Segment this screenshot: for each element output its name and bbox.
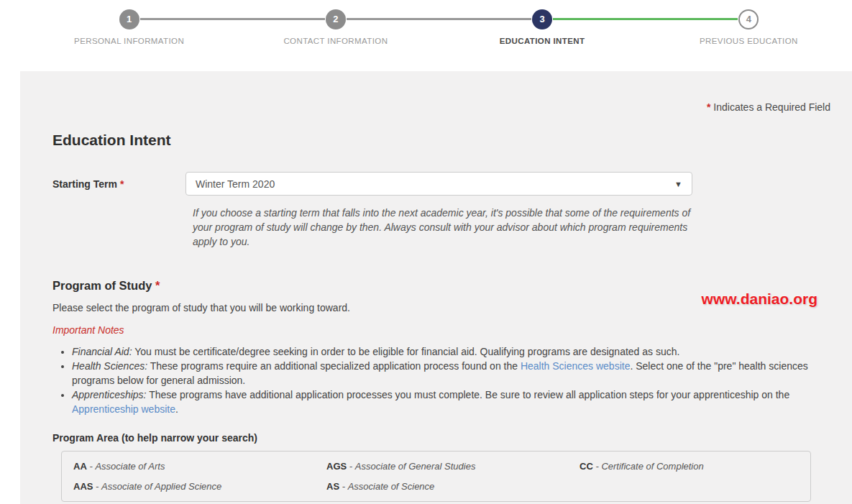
apprenticeship-website-link[interactable]: Apprenticeship website [72, 403, 175, 415]
legend-name: Associate of Applied Science [101, 481, 221, 492]
step-4-circle: 4 [738, 9, 759, 29]
note-text: These programs have additional applicati… [147, 389, 790, 400]
starting-term-help-text: If you choose a starting term that falls… [185, 206, 696, 249]
legend-separator: - [96, 481, 99, 492]
required-asterisk: * [707, 101, 710, 113]
step-3-label: EDUCATION INTENT [439, 37, 646, 45]
note-health-sciences: Health Sciences: These programs require … [72, 359, 820, 388]
legend-code: AGS [326, 461, 347, 472]
legend-item-as: AS - Associate of Science [326, 481, 580, 492]
starting-term-label: Starting Term * [52, 178, 185, 190]
legend-separator: - [595, 461, 598, 472]
required-note-text: Indicates a Required Field [713, 101, 830, 113]
stepper-step-education-intent[interactable]: 3 EDUCATION INTENT [439, 0, 646, 71]
legend-separator: - [349, 461, 352, 472]
step-2-label: CONTACT INFORMATION [232, 37, 439, 45]
important-notes-list: Financial Aid: You must be certificate/d… [52, 344, 820, 416]
legend-code: AAS [73, 481, 93, 492]
note-text: You must be certificate/degree seeking i… [132, 346, 680, 357]
important-notes-title: Important Notes [52, 324, 820, 336]
legend-name: Associate of Science [348, 481, 435, 492]
program-area-label: Program Area (to help narrow your search… [52, 432, 820, 444]
step-1-circle: 1 [119, 9, 139, 29]
stepper-step-previous-education[interactable]: 4 PREVIOUS EDUCATION [646, 0, 852, 71]
watermark-text: www.daniao.org [702, 290, 817, 308]
legend-separator: - [89, 461, 92, 472]
legend-code: AS [326, 481, 339, 492]
note-financial-aid: Financial Aid: You must be certificate/d… [72, 344, 820, 359]
health-sciences-website-link[interactable]: Health Sciences website [521, 360, 631, 372]
note-apprenticeships: Apprenticeships: These programs have add… [72, 388, 820, 416]
starting-term-selected-value: Winter Term 2020 [196, 178, 674, 190]
step-2-circle: 2 [326, 9, 346, 29]
note-term: Health Sciences: [72, 360, 147, 372]
legend-item-cc: CC - Certificate of Completion [580, 461, 799, 472]
legend-code: AA [73, 461, 87, 472]
form-panel: * Indicates a Required Field Education I… [20, 71, 852, 504]
legend-name: Associate of Arts [95, 461, 165, 472]
note-text: These programs require an additional spe… [147, 360, 521, 372]
step-3-circle: 3 [532, 9, 552, 29]
stepper-step-contact-information[interactable]: 2 CONTACT INFORMATION [232, 0, 439, 71]
starting-term-row: Starting Term * Winter Term 2020 ▼ [52, 172, 820, 196]
legend-item-aa: AA - Associate of Arts [73, 461, 326, 472]
legend-item-ags: AGS - Associate of General Studies [326, 461, 580, 472]
legend-name: Certificate of Completion [601, 461, 703, 472]
legend-separator: - [342, 481, 345, 492]
program-of-study-title-text: Program of Study [52, 279, 152, 292]
starting-term-select[interactable]: Winter Term 2020 ▼ [185, 172, 692, 196]
step-4-label: PREVIOUS EDUCATION [646, 37, 852, 45]
program-of-study-required-asterisk: * [155, 279, 160, 292]
note-term: Financial Aid: [72, 346, 132, 357]
progress-stepper: 1 PERSONAL INFORMATION 2 CONTACT INFORMA… [0, 0, 852, 71]
note-text-after: . [175, 403, 178, 415]
starting-term-required-asterisk: * [120, 178, 124, 190]
note-term: Apprenticeships: [72, 389, 147, 400]
legend-name: Associate of General Studies [355, 461, 476, 472]
program-area-legend: AA - Associate of Arts AGS - Associate o… [61, 451, 811, 502]
step-1-label: PERSONAL INFORMATION [26, 37, 232, 45]
legend-item-aas: AAS - Associate of Applied Science [73, 481, 326, 492]
starting-term-label-text: Starting Term [52, 178, 117, 190]
required-field-note: * Indicates a Required Field [52, 71, 830, 113]
stepper-step-personal-information[interactable]: 1 PERSONAL INFORMATION [26, 0, 232, 71]
chevron-down-icon: ▼ [674, 180, 682, 188]
page-title: Education Intent [52, 132, 820, 149]
legend-code: CC [580, 461, 593, 472]
